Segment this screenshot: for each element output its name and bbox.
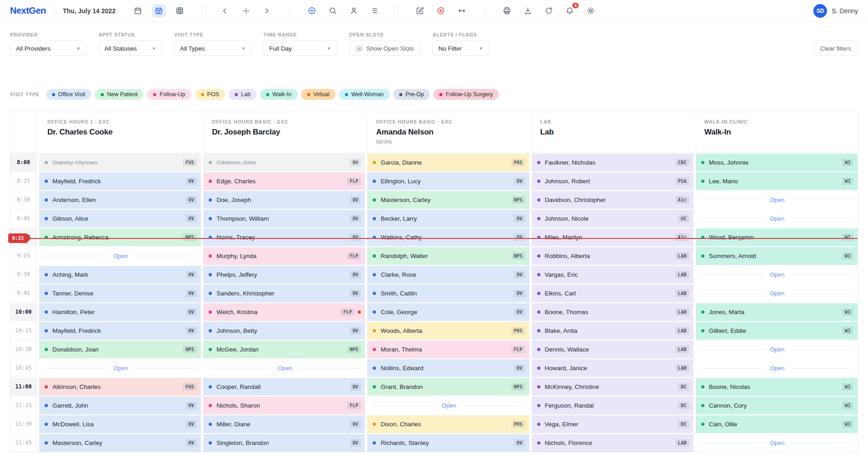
appointment-cell[interactable]: Vega, ElmerDC <box>532 415 693 433</box>
resize-icon[interactable] <box>455 4 469 18</box>
search-icon[interactable] <box>326 4 340 18</box>
appointment-cell[interactable]: Gilbert, EddieWI <box>696 322 858 340</box>
appointment-cell[interactable]: Boone, ThomasLAB <box>532 303 693 321</box>
appt-status-select[interactable]: All Statuses ▼ <box>98 41 162 56</box>
appointment-cell[interactable]: Donaldson, JoanNPS <box>39 341 201 358</box>
appointment-cell[interactable]: Davidson, ChristopherA1c <box>532 191 693 209</box>
open-slot[interactable]: Open <box>203 359 365 377</box>
show-open-slots-button[interactable]: Show Open Slots <box>349 41 421 56</box>
appointment-cell[interactable]: Moran, ThelmaFLP <box>367 341 529 358</box>
calendar-month-icon[interactable] <box>173 4 187 18</box>
legend-chip[interactable]: Well-Woman <box>339 89 390 100</box>
appointment-cell[interactable]: Welch, KristinaFLP <box>203 303 365 321</box>
open-slot[interactable]: Open <box>696 359 858 377</box>
appointment-cell[interactable]: Grant, BrandonNPS <box>367 378 529 396</box>
legend-chip[interactable]: Follow-Up <box>147 89 191 100</box>
print-icon[interactable] <box>500 4 514 18</box>
legend-chip[interactable]: Pre-Op <box>393 89 430 100</box>
appointment-cell[interactable]: Moss, JohnnieWI <box>696 154 858 171</box>
appointment-cell[interactable]: Gibbons, JohnOV <box>203 154 365 171</box>
appointment-cell[interactable]: Singleton, BrandonOV <box>203 434 365 452</box>
appointment-cell[interactable]: Doe, JosephOV <box>203 191 365 209</box>
open-slot[interactable]: Open <box>367 397 529 414</box>
appointment-cell[interactable]: Wood, BenjaminWI <box>696 228 858 246</box>
appointment-cell[interactable]: Phelps, JefferyOV <box>203 266 365 284</box>
appointment-cell[interactable]: Dixon, CharlesPOS <box>367 415 529 433</box>
calendar-day-icon[interactable] <box>131 4 145 18</box>
appointment-cell[interactable]: McKinney, ChristineDC <box>532 378 693 396</box>
cancel-appointment-icon[interactable] <box>434 4 448 18</box>
appointment-cell[interactable]: Johnson, BettyOV <box>203 322 365 340</box>
legend-chip[interactable]: Lab <box>229 89 257 100</box>
appointment-cell[interactable]: Smith, CaitlinOV <box>367 284 529 302</box>
appointment-cell[interactable]: Aching, MarkOV <box>39 266 201 284</box>
appointment-cell[interactable]: Jones, MartaWI <box>696 303 858 321</box>
appointment-cell[interactable]: Lee, MarioWI <box>696 172 858 190</box>
legend-chip[interactable]: New Patient <box>95 89 144 100</box>
open-slot[interactable]: Open <box>696 191 858 209</box>
appointment-cell[interactable]: Becker, LarryOV <box>367 210 529 228</box>
open-slot[interactable]: Open <box>39 247 201 265</box>
appointment-cell[interactable]: Faulkner, NicholasCBC <box>532 154 693 171</box>
appointment-cell[interactable]: Mayfield, FredrickOV <box>39 322 201 340</box>
appointment-cell[interactable]: Elkins, CarlLAB <box>532 284 693 302</box>
appointment-cell[interactable]: Dennis, WallaceLAB <box>532 341 693 358</box>
provider-column-header[interactable]: OFFICE HOURS 1 · EXC Dr. Charles Cooke <box>39 112 201 153</box>
clear-filters-button[interactable]: Clear filters <box>813 41 858 56</box>
appointment-cell[interactable]: Vargas, EricLAB <box>532 266 693 284</box>
appointment-cell[interactable]: Johnson, RobertPSA <box>532 172 693 190</box>
appointment-cell[interactable]: Nichols, FlorenceLAB <box>532 434 693 452</box>
chevron-right-icon[interactable] <box>260 4 274 18</box>
appointment-cell[interactable]: Nichols, SharonFLP <box>203 397 365 414</box>
appointment-cell[interactable]: Miles, MarilynA1c <box>532 228 693 246</box>
list-icon[interactable] <box>368 4 382 18</box>
legend-chip[interactable]: Office Visit <box>46 89 91 100</box>
appointment-cell[interactable]: Robbins, AlbertaLAB <box>532 247 693 265</box>
appointment-cell[interactable]: McDowell, LisaOV <box>39 415 201 433</box>
avatar[interactable]: SD <box>813 4 827 18</box>
appointment-cell[interactable]: McGee, JordanNPS <box>203 341 365 358</box>
appointment-cell[interactable]: Atkinson, CharlesFUS <box>39 378 201 396</box>
open-slot[interactable]: Open <box>696 266 858 284</box>
appointment-cell[interactable]: Hamilton, PeterOV <box>39 303 201 321</box>
visit-type-select[interactable]: All Types ▼ <box>174 41 252 56</box>
appointment-cell[interactable]: Ferguson, RandalDC <box>532 397 693 414</box>
appointment-cell[interactable]: Tanner, DeniseOV <box>39 284 201 302</box>
patient-icon[interactable] <box>347 4 361 18</box>
provider-column-header[interactable]: LAB Lab <box>532 112 693 153</box>
appointment-cell[interactable]: Johnson, NicoleUC <box>532 210 693 228</box>
appointment-cell[interactable]: Nollins, EdwardOV <box>367 359 529 377</box>
appointment-cell[interactable]: Masterson, CarleyNPS <box>367 191 529 209</box>
appointment-cell[interactable]: Garcia, DiannePOS <box>367 154 529 171</box>
appointment-cell[interactable]: Boone, NicolasWI <box>696 378 858 396</box>
user-menu[interactable]: SD S. Denny <box>813 4 858 18</box>
appointment-cell[interactable]: Cannon, CoryWI <box>696 397 858 414</box>
settings-icon[interactable] <box>584 4 598 18</box>
open-slot[interactable]: Open <box>696 210 858 228</box>
appointment-cell[interactable]: Richards, StanleyOV <box>367 434 529 452</box>
alerts-flags-select[interactable]: No Filter ▼ <box>432 41 489 56</box>
legend-chip[interactable]: Virtual <box>301 89 335 100</box>
appointment-cell[interactable]: Armstrong, RebeccaNPS <box>39 228 201 246</box>
appointment-cell[interactable]: Cooper, RandallOV <box>203 378 365 396</box>
chevron-left-icon[interactable] <box>218 4 232 18</box>
appointment-cell[interactable]: Howard, JaniceLAB <box>532 359 693 377</box>
appointment-cell[interactable]: Garrett, JohnOV <box>39 397 201 414</box>
edit-icon[interactable] <box>413 4 427 18</box>
appointment-cell[interactable]: Ellington, LucyOV <box>367 172 529 190</box>
appointment-cell[interactable]: Mayfield, FredrickOV <box>39 172 201 190</box>
provider-column-header[interactable]: OFFICE HOURS BASIC · EXC Amanda Nelson N… <box>367 112 529 153</box>
appointment-cell[interactable]: Blake, AnitaLAB <box>532 322 693 340</box>
appointment-cell[interactable]: Cain, OllieWI <box>696 415 858 433</box>
open-slot[interactable]: Open <box>696 434 858 452</box>
appointment-cell[interactable]: Randolph, WalterNPS <box>367 247 529 265</box>
add-appointment-icon[interactable] <box>305 4 319 18</box>
legend-chip[interactable]: Follow-Up Surgery <box>433 89 499 100</box>
calendar-week-icon[interactable] <box>152 4 166 18</box>
provider-column-header[interactable]: WALK-IN CLINIC Walk-In <box>696 112 858 153</box>
appointment-cell[interactable]: Gibson, AliceOV <box>39 210 201 228</box>
open-slot[interactable]: Open <box>696 284 858 302</box>
appointment-cell[interactable]: Anderson, EllenOV <box>39 191 201 209</box>
open-slot[interactable]: Open <box>39 359 201 377</box>
provider-column-header[interactable]: OFFICE HOURS BASIC · EXC Dr. Joseph Barc… <box>203 112 365 153</box>
